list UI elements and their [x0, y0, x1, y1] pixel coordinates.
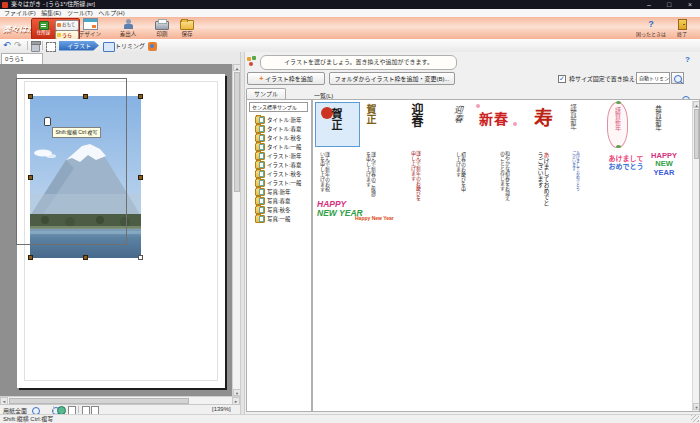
thumb-kinga-pink[interactable]: 謹賀新年 — [607, 102, 628, 148]
title-bar: 楽々はがき - [うら1*/住所録.jsr] – □ × — [0, 0, 700, 9]
menu-tools[interactable]: ツール(T) — [67, 9, 93, 17]
thumb-akemashite-colorful[interactable]: あけまして おめでとう — [605, 155, 647, 170]
help-button[interactable]: ? 困ったときは — [634, 18, 668, 38]
illustration-mode-tab[interactable]: イラスト — [59, 41, 99, 51]
drag-ghost-outline — [16, 78, 127, 245]
exit-door-icon — [678, 19, 687, 30]
list-scrollbar[interactable]: ▲ ▼ — [692, 101, 700, 411]
thumb-kotobuki[interactable]: 寿 — [534, 103, 553, 130]
plugin-puzzle-icon[interactable] — [148, 42, 157, 51]
resize-handle-nw[interactable] — [28, 94, 33, 99]
tree-item-photo-general[interactable]: 写真:一般 — [249, 214, 311, 223]
edit-toolbar: ↶ ↷ イラスト トリミング — [0, 39, 700, 53]
thumb-greeting-2[interactable]: 謹んで新春のご挨拶を申し上げます — [365, 152, 375, 200]
illustration-list: 賀正 賀正 迎春 迎春 新春 寿 謹賀新年 — [312, 99, 700, 412]
trimming-search-button[interactable] — [671, 72, 684, 84]
app-icon — [2, 2, 8, 8]
leaf-icon — [616, 101, 621, 104]
thumb-greeting-5[interactable]: 和やかな初春をお迎えのことと存じます — [499, 151, 509, 205]
thumb-gasho-gold[interactable]: 賀正 — [365, 104, 375, 128]
save-button[interactable]: 保存 — [176, 18, 198, 38]
select-marquee-icon[interactable] — [46, 42, 56, 52]
application-window: 楽々はがき - [うら1*/住所録.jsr] – □ × ファイル(F) 編集(… — [0, 0, 700, 423]
category-tree-panel: センス標準サンプル タイトル:新年 タイトル:春夏 タイトル:秋冬 タイトル:一… — [246, 99, 312, 412]
window-title: 楽々はがき - [うら1*/住所録.jsr] — [11, 0, 95, 9]
add-frame-button[interactable]: + イラスト枠を追加 — [247, 72, 325, 85]
thumb-greeting-3[interactable]: 謹んで新年のお慶びを申し上げます — [410, 151, 420, 203]
thumb-greeting-7[interactable]: あけましておめでとうございます — [571, 151, 579, 191]
resize-handle-e[interactable] — [138, 175, 143, 180]
print-button[interactable]: 印刷 — [150, 18, 174, 38]
folder-icon — [255, 116, 265, 124]
thumb-shinshun-red[interactable]: 新春 — [479, 108, 509, 128]
folder-icon — [255, 215, 265, 223]
menu-help[interactable]: ヘルプ(H) — [98, 9, 124, 17]
separator — [53, 406, 54, 413]
thumb-kinga-thin[interactable]: 謹賀新年 — [569, 104, 576, 134]
minimize-button[interactable]: – — [642, 0, 656, 9]
trimming-icon[interactable] — [103, 42, 115, 52]
folder-icon — [255, 152, 265, 160]
close-button[interactable]: × — [683, 0, 697, 9]
delete-trash-icon[interactable] — [31, 42, 40, 52]
resize-handle-w[interactable] — [28, 175, 33, 180]
folder-icon — [255, 143, 265, 151]
maximize-button[interactable]: □ — [662, 0, 676, 9]
redo-icon[interactable]: ↷ — [14, 40, 22, 51]
trimming-combo[interactable]: 自動トリミング — [636, 72, 670, 84]
panel-help-icon[interactable]: ? — [685, 55, 690, 64]
exit-button[interactable]: 終了 — [670, 18, 694, 38]
status-hint: Shift:縦横 Ctrl:複写 — [3, 416, 53, 422]
design-canvas[interactable]: Shift:縦横 Ctrl:複写 — [0, 64, 232, 396]
sender-icon — [122, 19, 134, 30]
menu-edit[interactable]: 編集(E) — [41, 9, 61, 17]
magnifier-icon — [674, 75, 682, 83]
resize-handle-ne[interactable] — [138, 94, 143, 99]
thumb-gasho-selected[interactable]: 賀正 — [315, 102, 360, 147]
thumb-geishun-bold[interactable]: 迎春 — [410, 103, 422, 131]
thumb-kyoga[interactable]: 恭賀新年 — [654, 105, 661, 135]
separator — [78, 406, 79, 413]
thumb-geishun-cursive[interactable]: 迎春 — [453, 105, 462, 127]
scroll-up-arrow[interactable]: ▲ — [693, 101, 700, 108]
resize-grip[interactable] — [691, 415, 699, 422]
thumb-greeting-1[interactable]: 謹んで新年のお祝いを申し上げます — [319, 152, 329, 196]
thumb-happy-block[interactable]: HAPPY NEW YEAR — [645, 152, 683, 177]
hand-cursor — [44, 117, 51, 126]
sender-button[interactable]: 差出人 — [114, 18, 142, 38]
separator — [42, 41, 43, 50]
separator — [27, 41, 28, 50]
canvas-horizontal-scrollbar[interactable]: ◄ ► — [0, 396, 240, 404]
scroll-thumb[interactable] — [694, 109, 699, 159]
guide-flower-icon — [247, 56, 258, 67]
design-button[interactable]: デザイン — [76, 18, 104, 38]
fixed-size-checkbox[interactable]: ✓ — [558, 75, 566, 83]
resize-handle-sw[interactable] — [28, 255, 33, 260]
canvas-vertical-scrollbar[interactable]: ▲ ▼ — [232, 64, 240, 396]
folder-icon — [255, 134, 265, 142]
design-icon — [83, 18, 98, 30]
page-tab[interactable]: 0うら1 — [1, 53, 43, 64]
blossom-icon — [513, 122, 517, 126]
tree-header[interactable]: センス標準サンプル — [249, 102, 308, 112]
thumb-greeting-6[interactable]: あけましておめでとうございます — [537, 152, 549, 208]
save-folder-icon — [180, 20, 194, 30]
help-question-icon: ? — [648, 19, 654, 29]
resize-handle-s[interactable] — [83, 255, 88, 260]
folder-icon — [255, 197, 265, 205]
thumb-happy-small[interactable]: Happy New Year — [355, 206, 394, 224]
tab-sample[interactable]: サンプル — [246, 88, 286, 99]
thumb-greeting-4[interactable]: 初春のお慶びを申し上げます — [455, 152, 465, 196]
trimming-label[interactable]: トリミング — [115, 42, 145, 51]
blossom-icon — [476, 104, 480, 108]
resize-handle-se[interactable] — [138, 255, 143, 260]
plus-icon: + — [259, 75, 263, 82]
address-book-button[interactable]: 住所録 — [33, 20, 54, 37]
resize-handle-n[interactable] — [83, 94, 88, 99]
undo-icon[interactable]: ↶ — [3, 40, 11, 51]
zoom-percentage: [139%] — [212, 406, 231, 412]
scroll-down-arrow[interactable]: ▼ — [693, 403, 700, 410]
menu-file[interactable]: ファイル(F) — [4, 9, 36, 17]
add-from-folder-button[interactable]: フォルダからイラスト枠を追加・変更(B)... — [329, 72, 455, 85]
status-bar: Shift:縦横 Ctrl:複写 — [0, 414, 700, 423]
